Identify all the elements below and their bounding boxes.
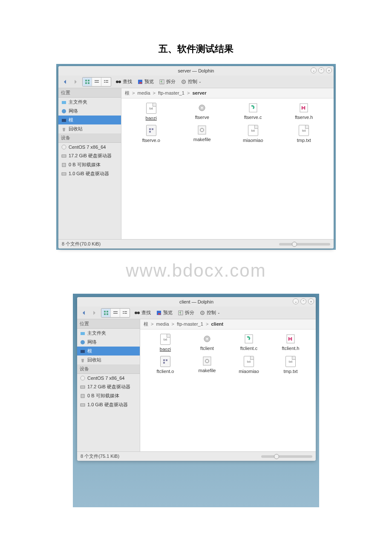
text-file-icon: txt xyxy=(248,125,258,136)
file-ftserve-c[interactable]: ftserve.c xyxy=(228,103,279,121)
preview-button[interactable]: 预览 xyxy=(154,309,174,317)
breadcrumb[interactable]: 根 > media > ftp-master_1 > client xyxy=(140,319,316,330)
executable-icon xyxy=(202,334,212,344)
svg-rect-41 xyxy=(123,311,124,312)
file-ftclient[interactable]: ftclient xyxy=(186,334,228,352)
sidebar-home[interactable]: 主文件夹 xyxy=(77,329,140,338)
zoom-handle[interactable] xyxy=(292,242,297,247)
svg-point-53 xyxy=(202,312,203,313)
close-button[interactable]: × xyxy=(326,67,332,73)
arrow-right-icon xyxy=(72,79,78,85)
file-ftserve[interactable]: ftserve xyxy=(177,103,228,121)
text-file-icon: txt xyxy=(160,334,170,345)
sidebar-root[interactable]: 根 xyxy=(58,116,121,124)
zoom-slider[interactable] xyxy=(279,243,330,246)
sidebar-network[interactable]: 网络 xyxy=(58,107,121,116)
file-ftclient-o[interactable]: ftclient.o xyxy=(144,356,186,374)
sidebar-device-centos[interactable]: CentOS 7 x86_64 xyxy=(58,143,121,151)
svg-rect-4 xyxy=(95,80,99,81)
file-ftclient-h[interactable]: ftclient.h xyxy=(270,334,311,352)
control-button[interactable]: 控制 ⌄ xyxy=(179,78,203,86)
maximize-button[interactable]: ⌃ xyxy=(318,67,324,73)
details-view-button[interactable] xyxy=(120,309,130,317)
forward-button[interactable] xyxy=(71,78,80,86)
hdd-icon xyxy=(61,171,67,177)
titlebar[interactable]: server — Dolphin ⌄ ⌃ × xyxy=(58,66,334,75)
hdd-icon xyxy=(80,384,86,390)
gear-icon xyxy=(181,79,187,85)
sidebar-device-hdd1[interactable]: 17.2 GiB 硬盘驱动器 xyxy=(58,151,121,160)
disc-icon xyxy=(61,144,67,150)
details-view-button[interactable] xyxy=(101,78,111,86)
sidebar-home[interactable]: 主文件夹 xyxy=(58,98,121,107)
find-button[interactable]: 查找 xyxy=(133,309,153,317)
file-makefile[interactable]: makefile xyxy=(177,125,228,143)
file-miaomiao[interactable]: txtmiaomiao xyxy=(228,125,279,143)
svg-rect-36 xyxy=(107,311,108,312)
sidebar-network[interactable]: 网络 xyxy=(77,338,140,347)
file-baozi[interactable]: txtbaozi xyxy=(126,103,177,121)
icon-view-button[interactable] xyxy=(101,309,111,317)
svg-point-46 xyxy=(137,312,140,314)
svg-rect-19 xyxy=(62,101,66,104)
breadcrumb[interactable]: 根 > media > ftp-master_1 > server xyxy=(121,88,334,98)
find-button[interactable]: 查找 xyxy=(114,78,134,86)
network-icon xyxy=(80,339,86,345)
toolbar: 查找 预览 + 拆分 控制 ⌄ xyxy=(58,75,334,88)
text-file-icon: txt xyxy=(285,356,296,367)
svg-rect-8 xyxy=(104,82,105,83)
sidebar-root[interactable]: 根 xyxy=(77,347,140,356)
file-makefile[interactable]: makefile xyxy=(186,356,228,374)
breadcrumb-ftp[interactable]: ftp-master_1 xyxy=(177,321,203,327)
file-baozi[interactable]: txtbaozi xyxy=(144,334,186,352)
breadcrumb-root[interactable]: 根 xyxy=(125,90,130,95)
control-button[interactable]: 控制 ⌄ xyxy=(198,309,222,317)
close-button[interactable]: × xyxy=(308,298,314,304)
sidebar-device-hdd2[interactable]: 1.0 GiB 硬盘驱动器 xyxy=(77,400,140,409)
svg-rect-56 xyxy=(81,350,85,353)
svg-rect-24 xyxy=(62,163,66,167)
compact-view-button[interactable] xyxy=(111,309,120,317)
svg-text:+: + xyxy=(160,80,162,84)
file-grid[interactable]: txtbaozi ftclient ftclient.c ftclient.h … xyxy=(140,330,316,451)
titlebar[interactable]: client — Dolphin ⌄ ⌃ × xyxy=(77,297,316,306)
file-grid[interactable]: txtbaozi ftserve ftserve.c ftserve.h fts… xyxy=(121,98,334,239)
breadcrumb-current: server xyxy=(192,90,206,95)
file-miaomiao[interactable]: txtmiaomiao xyxy=(228,356,270,374)
sidebar-device-hdd2[interactable]: 1.0 GiB 硬盘驱动器 xyxy=(58,169,121,178)
breadcrumb-media[interactable]: media xyxy=(156,321,169,327)
svg-rect-0 xyxy=(85,80,87,81)
preview-button[interactable]: 预览 xyxy=(135,78,156,86)
sidebar-trash[interactable]: 回收站 xyxy=(77,356,140,364)
compact-view-button[interactable] xyxy=(92,78,101,86)
breadcrumb-root[interactable]: 根 xyxy=(144,321,148,327)
sidebar-device-removable[interactable]: 0 B 可卸载媒体 xyxy=(58,160,121,169)
file-ftclient-c[interactable]: ftclient.c xyxy=(228,334,270,352)
maximize-button[interactable]: ⌃ xyxy=(300,298,306,304)
svg-point-11 xyxy=(118,81,121,83)
zoom-slider[interactable] xyxy=(261,455,312,458)
minimize-button[interactable]: ⌄ xyxy=(311,67,317,73)
sidebar-device-hdd1[interactable]: 17.2 GiB 硬盘驱动器 xyxy=(77,382,140,391)
split-button[interactable]: + 拆分 xyxy=(157,78,177,86)
sidebar-trash[interactable]: 回收站 xyxy=(58,124,121,133)
breadcrumb-ftp[interactable]: ftp-master_1 xyxy=(158,90,184,95)
breadcrumb-separator: > xyxy=(206,321,208,327)
hdd-icon xyxy=(61,153,67,159)
file-ftserve-h[interactable]: ftserve.h xyxy=(279,103,330,121)
sidebar-device-removable[interactable]: 0 B 可卸载媒体 xyxy=(77,391,140,400)
back-button[interactable] xyxy=(80,309,88,317)
split-button[interactable]: + 拆分 xyxy=(176,309,196,317)
screenshot-server: server — Dolphin ⌄ ⌃ × 查找 xyxy=(56,64,336,250)
back-button[interactable] xyxy=(61,78,69,86)
breadcrumb-media[interactable]: media xyxy=(138,90,150,95)
file-ftserve-o[interactable]: ftserve.o xyxy=(126,125,177,143)
file-tmp-txt[interactable]: txttmp.txt xyxy=(279,125,330,143)
icon-view-button[interactable] xyxy=(83,78,92,86)
minimize-button[interactable]: ⌄ xyxy=(293,298,299,304)
forward-button[interactable] xyxy=(90,309,98,317)
zoom-handle[interactable] xyxy=(274,454,279,459)
file-tmp-txt[interactable]: txttmp.txt xyxy=(270,356,311,374)
svg-rect-32 xyxy=(149,131,151,133)
sidebar-device-centos[interactable]: CentOS 7 x86_64 xyxy=(77,374,140,382)
